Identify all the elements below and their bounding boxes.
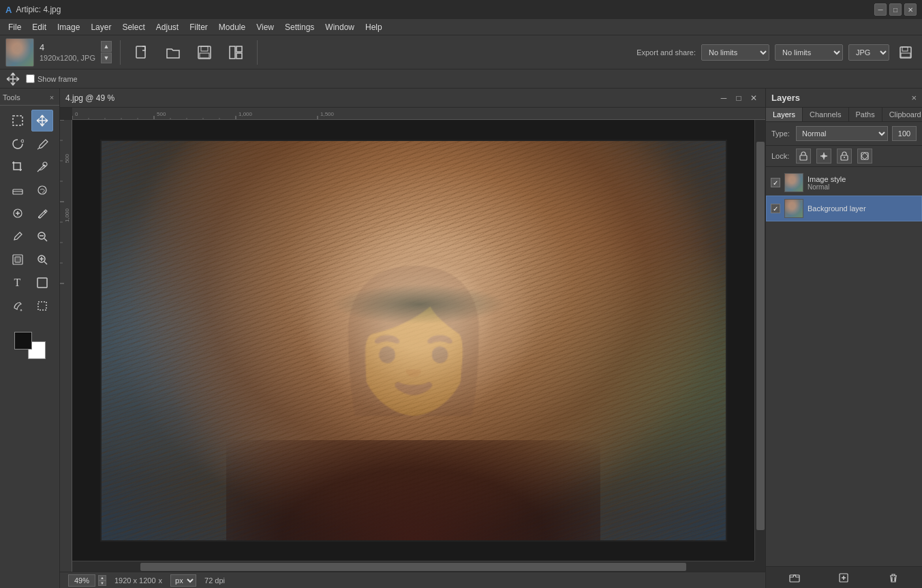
- menu-help[interactable]: Help: [360, 21, 388, 33]
- layer-mode-1: Normal: [808, 183, 917, 191]
- zoom-out-button[interactable]: [31, 226, 53, 247]
- tab-clipboard[interactable]: Clipboard: [882, 108, 922, 121]
- menu-window[interactable]: Window: [320, 21, 360, 33]
- lasso-tool-button[interactable]: [7, 133, 29, 155]
- menu-adjust[interactable]: Adjust: [151, 21, 184, 33]
- zoom-out-ctrl-button[interactable]: ─: [718, 92, 730, 104]
- menu-select[interactable]: Select: [117, 21, 150, 33]
- tab-paths[interactable]: Paths: [849, 108, 882, 121]
- layers-bottom-bar: [766, 566, 922, 588]
- eraser-tool-button[interactable]: [7, 179, 29, 201]
- layers-new-group-button[interactable]: [787, 570, 802, 585]
- tools-row-7: [0, 249, 59, 270]
- tools-options-bar: Show frame: [0, 69, 922, 89]
- menu-image[interactable]: Image: [52, 21, 85, 33]
- lock-position-button[interactable]: [816, 149, 831, 164]
- lock-transparency-button[interactable]: [857, 149, 872, 164]
- svg-rect-21: [38, 302, 46, 310]
- zoom-down-button[interactable]: ▼: [98, 581, 106, 586]
- layers-panel: Layers × Layers Channels Paths Clipboard…: [765, 89, 922, 588]
- layers-new-layer-button[interactable]: [836, 570, 851, 585]
- lock-pixels-button[interactable]: [796, 149, 811, 164]
- scrollbar-horizontal[interactable]: [72, 561, 754, 572]
- menu-view[interactable]: View: [251, 21, 279, 33]
- smudge-tool-button[interactable]: [31, 179, 53, 201]
- brush-tool-button[interactable]: [31, 133, 53, 155]
- open-file-button[interactable]: [160, 40, 186, 65]
- svg-rect-4: [230, 46, 235, 59]
- color-swatches: [14, 332, 46, 359]
- titlebar-left: A Artipic: 4.jpg: [5, 5, 61, 15]
- dimensions-status: 1920 x 1200 x: [114, 576, 162, 585]
- menu-layer[interactable]: Layer: [85, 21, 117, 33]
- tools-panel-close-button[interactable]: ×: [47, 93, 57, 102]
- tools-row-1: [0, 110, 59, 131]
- menu-edit[interactable]: Edit: [27, 21, 52, 33]
- zoom-fit-ctrl-button[interactable]: □: [733, 92, 745, 104]
- color-swatches-container: [14, 326, 46, 359]
- image-layout-button[interactable]: [223, 40, 249, 65]
- paint-bucket-button[interactable]: [7, 295, 29, 317]
- navigate-tool-button[interactable]: [7, 249, 29, 270]
- scrollbar-v-thumb[interactable]: [756, 142, 765, 529]
- marquee-tool-button[interactable]: [7, 110, 29, 131]
- layers-panel-close-button[interactable]: ×: [911, 93, 917, 103]
- unit-select[interactable]: px: [170, 574, 196, 587]
- menu-settings[interactable]: Settings: [279, 21, 320, 33]
- layer-info-2: Background layer: [808, 204, 917, 213]
- tab-layers[interactable]: Layers: [766, 108, 803, 121]
- lock-all-button[interactable]: [837, 149, 852, 164]
- layer-visibility-checkbox-1[interactable]: ✓: [771, 178, 780, 187]
- zoom-status: ▲ ▼: [68, 574, 106, 587]
- menu-module[interactable]: Module: [213, 21, 251, 33]
- layers-type-select[interactable]: Normal Multiply Screen Overlay: [796, 126, 888, 141]
- layer-visibility-checkbox-2[interactable]: ✓: [771, 204, 780, 213]
- dropper-tool-button[interactable]: [31, 156, 53, 178]
- layer-thumbnail-1: [784, 173, 803, 192]
- export-limits-2-select[interactable]: No limits: [775, 44, 843, 61]
- canvas-tab-controls: ─ □ ✕: [718, 92, 760, 104]
- text-tool-button[interactable]: T: [7, 272, 29, 294]
- zoom-input[interactable]: [68, 574, 95, 587]
- export-format-select[interactable]: JPG: [848, 44, 889, 61]
- nav-down-button[interactable]: ▼: [101, 52, 112, 63]
- menu-file[interactable]: File: [3, 21, 27, 33]
- layers-delete-button[interactable]: [886, 570, 901, 585]
- nav-up-button[interactable]: ▲: [101, 41, 112, 52]
- new-document-button[interactable]: [129, 40, 155, 65]
- crop-tool-button[interactable]: [7, 156, 29, 178]
- scrollbar-h-thumb[interactable]: [140, 563, 686, 571]
- rect-select-button[interactable]: [31, 295, 53, 317]
- move-tool-button[interactable]: [31, 110, 53, 131]
- zoom-in-button[interactable]: [31, 249, 53, 270]
- foreground-color-swatch[interactable]: [14, 332, 32, 350]
- canvas-workspace[interactable]: 0 500 1,000 1,500: [60, 108, 765, 572]
- svg-point-54: [844, 157, 845, 158]
- show-frame-checkbox[interactable]: [26, 74, 35, 83]
- menu-filter[interactable]: Filter: [184, 21, 213, 33]
- titlebar-title: Artipic: 4.jpg: [16, 5, 61, 14]
- svg-rect-7: [900, 47, 911, 58]
- canvas-container: 4.jpg @ 49 % ─ □ ✕ 0 500 1,000: [60, 89, 765, 588]
- image-nav-arrows[interactable]: ▲ ▼: [101, 41, 112, 63]
- shape-tool-button[interactable]: [31, 272, 53, 294]
- maximize-button[interactable]: □: [889, 3, 902, 16]
- close-canvas-button[interactable]: ✕: [748, 92, 760, 104]
- export-limits-1-select[interactable]: No limits: [701, 44, 769, 61]
- heal-tool-button[interactable]: [7, 202, 29, 224]
- export-save-button[interactable]: [895, 40, 917, 65]
- eyedropper-tool-button[interactable]: [7, 226, 29, 247]
- zoom-up-button[interactable]: ▲: [98, 575, 106, 581]
- layer-item-image-style[interactable]: ✓ Image style Normal: [766, 170, 922, 196]
- tab-channels[interactable]: Channels: [803, 108, 848, 121]
- layers-opacity-input[interactable]: [892, 126, 917, 141]
- close-button[interactable]: ✕: [904, 3, 917, 16]
- layer-item-background[interactable]: ✓ Background layer: [766, 196, 922, 221]
- portrait-image: [100, 140, 727, 542]
- scrollbar-vertical[interactable]: [754, 120, 765, 561]
- save-button[interactable]: [191, 40, 217, 65]
- minimize-button[interactable]: ─: [874, 3, 887, 16]
- move-tool-icon: [5, 72, 20, 87]
- pencil-tool-button[interactable]: [31, 202, 53, 224]
- layers-tabs: Layers Channels Paths Clipboard: [766, 108, 922, 122]
